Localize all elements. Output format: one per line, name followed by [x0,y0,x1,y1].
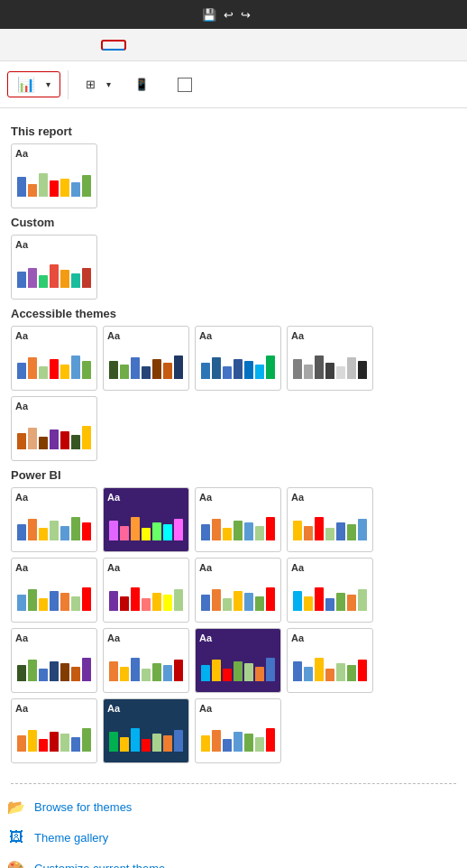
chart-bar [255,365,264,379]
chart-bar [152,359,161,379]
mobile-layout-button[interactable]: 📱 [124,73,164,96]
chart-bar [212,660,221,681]
theme-grid-0: Aa [11,143,456,208]
theme-card-pbi-13[interactable]: Aa [11,698,97,763]
chart-bar [174,589,183,611]
theme-card-pbi-9[interactable]: Aa [11,628,97,693]
chart-bar [131,587,140,611]
title-bar: 💾 ↩ ↪ [0,0,467,29]
theme-aa-acc-2: Aa [107,330,185,341]
chart-bar [358,519,367,540]
chart-bar [17,665,26,681]
chart-bar [82,268,91,288]
chart-bar [60,179,69,197]
chart-bar [50,180,59,197]
menu-modeling[interactable] [78,42,99,49]
chart-bar [255,667,264,681]
themes-button[interactable]: 📊 ▾ [7,71,60,97]
ribbon-divider-1 [68,70,69,99]
theme-card-pbi-4[interactable]: Aa [287,487,373,552]
chart-bar [266,517,275,540]
menu-view[interactable] [101,40,126,51]
theme-card-pbi-2[interactable]: Aa [103,487,189,552]
section-title-0: This report [11,125,456,138]
save-icon[interactable]: 💾 [202,8,216,22]
theme-bars-custom-1 [15,252,93,288]
chart-bar [39,669,48,681]
theme-card-acc-3[interactable]: Aa [195,326,281,391]
menu-home[interactable] [31,42,52,49]
chart-bar [71,737,80,752]
chart-bar [255,526,264,540]
chart-bar [60,593,69,611]
themes-caret-icon: ▾ [46,79,50,89]
chart-bar [50,521,59,540]
chart-bar [293,359,302,379]
chart-bar [315,356,324,379]
chart-bar [201,735,210,752]
chart-bar [163,665,172,681]
theme-card-pbi-3[interactable]: Aa [195,487,281,552]
chart-bar [223,669,232,681]
theme-card-acc-1[interactable]: Aa [11,326,97,391]
theme-card-custom-1[interactable]: Aa [11,235,97,300]
chart-bar [82,587,91,611]
chart-bar [244,734,253,752]
theme-aa-acc-5: Aa [15,401,93,411]
chart-bar [131,517,140,540]
theme-aa-pbi-3: Aa [199,492,277,503]
menu-external-tools[interactable] [151,42,173,49]
chart-bar [28,589,37,611]
bottom-menu-item-browse-themes[interactable]: 📂Browse for themes [0,791,467,822]
theme-card-pbi-7[interactable]: Aa [195,558,281,623]
chart-bar [347,357,356,379]
chart-bar [17,363,26,379]
chart-bar [109,521,118,540]
theme-card-pbi-15[interactable]: Aa [195,698,281,763]
chart-bar [120,596,129,611]
chart-bar [28,428,37,449]
chart-bar [234,591,243,611]
theme-card-pbi-6[interactable]: Aa [103,558,189,623]
chart-bar [347,524,356,540]
theme-card-pbi-8[interactable]: Aa [287,558,373,623]
menu-insert[interactable] [54,42,76,49]
theme-card-acc-5[interactable]: Aa [11,396,97,461]
chart-bar [39,437,48,449]
chart-bar [82,426,91,449]
chart-bar [244,361,253,379]
theme-aa-this-report-1: Aa [15,148,93,159]
theme-card-pbi-12[interactable]: Aa [287,628,373,693]
bottom-menu-item-customize-theme[interactable]: 🎨Customize current theme [0,853,467,868]
chart-bar [174,730,183,752]
chart-bar [212,589,221,611]
undo-icon[interactable]: ↩ [224,8,234,22]
theme-card-acc-2[interactable]: Aa [103,326,189,391]
chart-bar [234,521,243,540]
theme-card-pbi-14[interactable]: Aa [103,698,189,763]
bottom-menu-item-theme-gallery[interactable]: 🖼Theme gallery [0,822,467,853]
chart-bar [50,264,59,288]
page-view-button[interactable]: ⊞ ▾ [76,73,121,96]
theme-card-pbi-5[interactable]: Aa [11,558,97,623]
chart-bar [60,663,69,681]
chart-bar [201,595,210,611]
theme-aa-pbi-15: Aa [199,703,277,714]
menu-help[interactable] [128,42,150,49]
theme-card-pbi-1[interactable]: Aa [11,487,97,552]
theme-card-pbi-10[interactable]: Aa [103,628,189,693]
theme-card-pbi-11[interactable]: Aa [195,628,281,693]
theme-card-acc-4[interactable]: Aa [287,326,373,391]
theme-gallery-icon: 🖼 [7,828,25,846]
gridlines-button[interactable] [168,73,207,97]
theme-aa-acc-4: Aa [291,330,369,341]
redo-icon[interactable]: ↪ [241,8,251,22]
menu-file[interactable] [7,42,29,49]
theme-card-this-report-1[interactable]: Aa [11,143,97,208]
chart-bar [152,593,161,611]
chart-bar [315,658,324,681]
theme-aa-acc-3: Aa [199,330,277,341]
chart-bar [120,365,129,379]
chart-bar [212,357,221,379]
chart-bar [39,173,48,197]
